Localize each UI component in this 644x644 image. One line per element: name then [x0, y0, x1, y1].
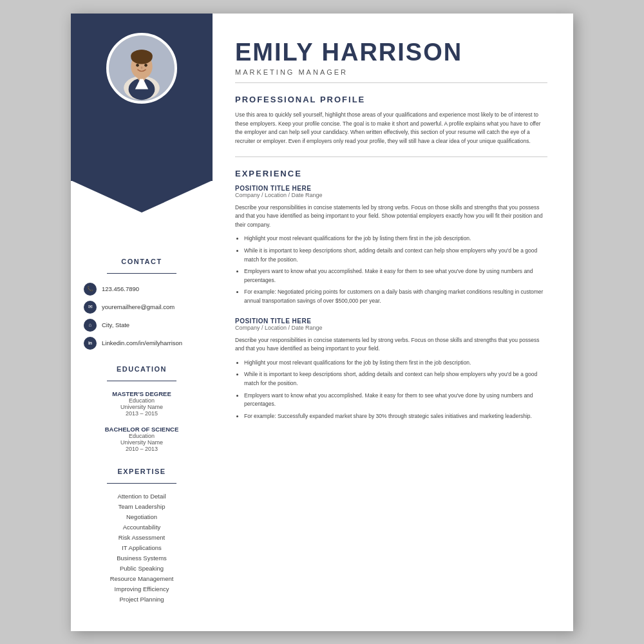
- position-2-desc: Describe your responsibilities in concis…: [235, 336, 547, 354]
- location-item: ⌂ City, State: [84, 319, 200, 332]
- profile-text: Use this area to quickly sell yourself, …: [235, 111, 547, 146]
- degree-1-name: MASTER'S DEGREE: [84, 390, 200, 397]
- expertise-item: Business Systems: [84, 554, 200, 562]
- name-block: EMILY HARRISON MARKETING MANAGER: [235, 39, 547, 77]
- bullet-item: Highlight your most relevant qualificati…: [244, 234, 547, 243]
- header-divider: [235, 82, 547, 83]
- contact-divider: [107, 273, 176, 274]
- svg-marker-11: [71, 180, 213, 213]
- position-1-desc: Describe your responsibilities in concis…: [235, 204, 547, 230]
- position-1-subtitle: Company / Location / Date Range: [235, 192, 547, 198]
- expertise-title: EXPERTISE: [84, 468, 200, 475]
- position-2-title: POSITION TITLE HERE: [235, 317, 547, 325]
- contact-title: CONTACT: [84, 258, 200, 265]
- svg-point-9: [144, 64, 147, 67]
- expertise-item: IT Applications: [84, 544, 200, 551]
- position-2-bullets: Highlight your most relevant qualificati…: [235, 359, 547, 421]
- experience-block-1: POSITION TITLE HERE Company / Location /…: [235, 185, 547, 306]
- bullet-item: Highlight your most relevant qualificati…: [244, 359, 547, 368]
- bullet-item: For example: Negotiated pricing points f…: [244, 288, 547, 305]
- profile-section-title: PROFESSIONAL PROFILE: [235, 95, 547, 104]
- phone-text: 123.456.7890: [102, 285, 139, 292]
- linkedin-item: in Linkedin.com/in/emilyharrison: [84, 337, 200, 350]
- phone-icon: 📞: [84, 283, 97, 296]
- resume-page: CONTACT 📞 123.456.7890 ✉ youremailhere@g…: [71, 14, 573, 631]
- position-2-subtitle: Company / Location / Date Range: [235, 325, 547, 331]
- expertise-item: Attention to Detail: [84, 493, 200, 500]
- degree-2-name: BACHELOR OF SCIENCE: [84, 426, 200, 433]
- degree-1-years: 2013 – 2015: [84, 410, 200, 417]
- bullet-item: For example: Successfully expanded marke…: [244, 412, 547, 421]
- candidate-title: MARKETING MANAGER: [235, 68, 547, 76]
- svg-point-7: [131, 50, 152, 64]
- degree-1-field: Education: [84, 397, 200, 404]
- bullet-item: Employers want to know what you accompli…: [244, 267, 547, 285]
- expertise-item: Improving Efficiency: [84, 585, 200, 592]
- chevron-decoration: [71, 180, 213, 213]
- expertise-section: EXPERTISE Attention to Detail Team Leade…: [84, 468, 200, 603]
- education-title: EDUCATION: [84, 365, 200, 373]
- education-section: EDUCATION MASTER'S DEGREE Education Univ…: [84, 365, 200, 452]
- degree-2-school: University Name: [84, 439, 200, 446]
- bullet-item: While it is important to keep descriptio…: [244, 370, 547, 388]
- expertise-item: Negotiation: [84, 513, 200, 520]
- education-degree-2: BACHELOR OF SCIENCE Education University…: [84, 426, 200, 452]
- degree-2-field: Education: [84, 433, 200, 439]
- expertise-list: Attention to Detail Team Leadership Nego…: [84, 493, 200, 603]
- sidebar-sections: CONTACT 📞 123.456.7890 ✉ youremailhere@g…: [71, 213, 213, 631]
- svg-point-10: [141, 66, 143, 69]
- expertise-item: Public Speaking: [84, 565, 200, 572]
- education-degree-1: MASTER'S DEGREE Education University Nam…: [84, 390, 200, 417]
- expertise-item: Risk Assessment: [84, 534, 200, 541]
- main-content: EMILY HARRISON MARKETING MANAGER PROFESS…: [213, 14, 573, 631]
- expertise-item: Team Leadership: [84, 503, 200, 510]
- degree-1-school: University Name: [84, 404, 200, 410]
- position-1-title: POSITION TITLE HERE: [235, 185, 547, 192]
- experience-section-title: EXPERIENCE: [235, 169, 547, 178]
- degree-2-years: 2010 – 2013: [84, 446, 200, 452]
- bullet-item: Employers want to know what you accompli…: [244, 392, 547, 409]
- expertise-item: Project Planning: [84, 596, 200, 603]
- expertise-divider: [107, 483, 176, 484]
- linkedin-text: Linkedin.com/in/emilyharrison: [102, 339, 182, 346]
- expertise-item: Resource Management: [84, 575, 200, 582]
- avatar: [106, 33, 177, 104]
- education-divider: [107, 381, 176, 381]
- experience-block-2: POSITION TITLE HERE Company / Location /…: [235, 317, 547, 421]
- location-text: City, State: [102, 321, 129, 328]
- phone-item: 📞 123.456.7890: [84, 283, 200, 296]
- sidebar: CONTACT 📞 123.456.7890 ✉ youremailhere@g…: [71, 14, 213, 631]
- linkedin-icon: in: [84, 337, 97, 350]
- bullet-item: While it is important to keep descriptio…: [244, 247, 547, 264]
- svg-point-8: [136, 64, 139, 67]
- profile-divider: [235, 156, 547, 157]
- position-1-bullets: Highlight your most relevant qualificati…: [235, 234, 547, 305]
- candidate-name: EMILY HARRISON: [235, 39, 547, 66]
- email-icon: ✉: [84, 301, 97, 314]
- sidebar-header: [71, 14, 213, 181]
- email-text: youremailhere@gmail.com: [102, 303, 175, 310]
- email-item: ✉ youremailhere@gmail.com: [84, 301, 200, 314]
- location-icon: ⌂: [84, 319, 97, 332]
- expertise-item: Accountability: [84, 524, 200, 531]
- contact-section: CONTACT 📞 123.456.7890 ✉ youremailhere@g…: [84, 258, 200, 350]
